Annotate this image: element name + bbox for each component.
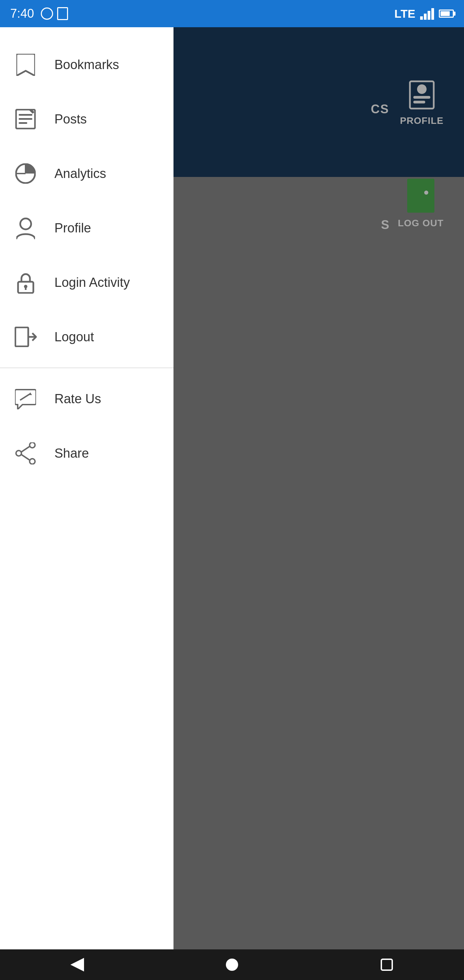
rate-us-label: Rate Us	[54, 392, 101, 406]
svg-rect-9	[19, 122, 27, 124]
status-icon-1	[41, 8, 53, 20]
menu-item-bookmarks[interactable]: Bookmarks	[0, 37, 173, 92]
profile-label: Profile	[54, 221, 91, 235]
logout-label: Logout	[54, 330, 94, 344]
battery-icon	[439, 10, 454, 18]
logout-icon	[14, 325, 37, 349]
svg-rect-8	[19, 118, 32, 120]
share-label: Share	[54, 446, 89, 461]
svg-marker-27	[70, 958, 84, 972]
menu-item-posts[interactable]: Posts	[0, 92, 173, 146]
svg-rect-17	[25, 286, 27, 290]
navigation-drawer: Bookmarks Posts	[0, 27, 173, 980]
status-icon-2	[57, 7, 68, 20]
menu-divider	[0, 368, 173, 368]
bookmarks-label: Bookmarks	[54, 57, 119, 72]
menu-item-rate-us[interactable]: Rate Us	[0, 372, 173, 426]
drawer-overlay[interactable]	[173, 27, 464, 980]
bookmark-icon	[14, 53, 37, 76]
svg-rect-7	[19, 114, 32, 116]
svg-point-14	[20, 218, 31, 229]
menu-item-analytics[interactable]: Analytics	[0, 146, 173, 201]
login-activity-label: Login Activity	[54, 275, 130, 290]
svg-line-26	[21, 455, 30, 460]
svg-line-20	[20, 394, 30, 400]
signal-icon	[420, 8, 434, 20]
menu-item-login-activity[interactable]: Login Activity	[0, 255, 173, 310]
lte-label: LTE	[394, 7, 415, 21]
share-icon	[14, 441, 37, 465]
svg-point-23	[16, 450, 21, 456]
svg-point-24	[30, 459, 35, 464]
drawer-menu: Bookmarks Posts	[0, 27, 173, 948]
posts-label: Posts	[54, 112, 87, 127]
login-activity-icon	[14, 270, 37, 294]
nav-bar	[0, 950, 464, 980]
analytics-icon	[14, 162, 37, 185]
nav-home-button[interactable]	[218, 951, 246, 978]
svg-point-28	[226, 959, 238, 971]
svg-rect-29	[381, 959, 392, 970]
status-time: 7:40	[10, 6, 34, 21]
profile-icon	[14, 216, 37, 240]
menu-item-logout[interactable]: Logout	[0, 310, 173, 364]
menu-item-profile[interactable]: Profile	[0, 201, 173, 255]
status-bar: 7:40 LTE	[0, 0, 464, 27]
svg-point-22	[30, 442, 35, 448]
menu-item-share[interactable]: Share	[0, 426, 173, 480]
analytics-label: Analytics	[54, 166, 106, 181]
svg-rect-18	[15, 327, 28, 347]
svg-line-25	[21, 447, 30, 452]
nav-recents-button[interactable]	[373, 951, 400, 978]
nav-back-button[interactable]	[64, 951, 91, 978]
posts-icon	[14, 107, 37, 131]
rate-us-icon	[14, 387, 37, 411]
